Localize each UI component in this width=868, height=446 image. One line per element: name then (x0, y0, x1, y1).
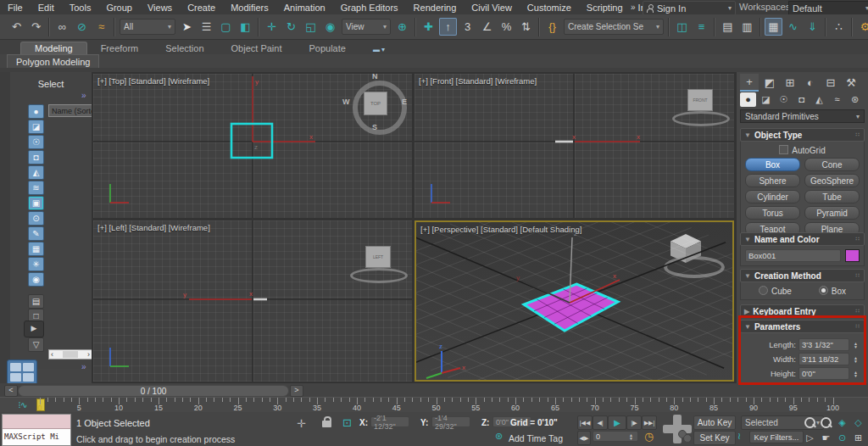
ribbon-tab-freeform[interactable]: Freeform (87, 42, 153, 54)
navigation-cross-icon[interactable] (663, 415, 692, 443)
polygon-modeling-panel-button[interactable]: Polygon Modeling (7, 54, 99, 69)
select-and-manipulate-icon[interactable]: ✚ (420, 18, 437, 36)
menu-edit[interactable]: Edit (31, 1, 62, 14)
keyboard-shortcut-override-icon[interactable]: ↑ (439, 18, 457, 36)
explorer-overflow-icon[interactable]: » (81, 91, 86, 100)
scene-explorer-icon[interactable]: ∴ (830, 18, 848, 36)
selection-region-flyout-icon[interactable]: ◉ (321, 18, 339, 36)
subcat-lights[interactable]: ☉ (776, 92, 792, 107)
object-type-cone-button[interactable]: Cone (804, 158, 860, 171)
current-frame-field[interactable]: 0 ▲▼ (593, 431, 638, 442)
creation-method-box-radio[interactable]: Box (819, 286, 846, 296)
subcat-space-warps[interactable]: ≈ (829, 92, 845, 107)
object-type-sphere-button[interactable]: Sphere (745, 174, 800, 187)
explorer-overflow-bottom-icon[interactable]: » (81, 362, 86, 371)
display-space-warps-icon[interactable]: ≋ (28, 181, 44, 195)
ribbon-tab-object-paint[interactable]: Object Paint (218, 42, 296, 54)
object-type-rollout-header[interactable]: ▼ Object Type ∷ (740, 128, 865, 142)
spinner-snap-icon[interactable]: ⇅ (517, 18, 535, 36)
menu-create[interactable]: Create (180, 1, 223, 14)
sign-in-button[interactable]: Sign In ▾ (643, 1, 736, 15)
parameters-rollout-header[interactable]: ▼ Parameters ∷ (740, 320, 865, 333)
menu-civil-view[interactable]: Civil View (464, 1, 519, 14)
display-shapes-icon[interactable]: ◪ (28, 120, 44, 134)
select-and-rotate-icon[interactable]: ↻ (282, 18, 300, 36)
primitive-category-dropdown[interactable]: Standard Primitives ▾ (740, 109, 865, 123)
keyboard-entry-rollout-header[interactable]: ▶ Keyboard Entry ∷ (740, 304, 865, 318)
time-slider[interactable]: 0 / 100 (18, 385, 289, 397)
display-lights-icon[interactable]: ☉ (28, 135, 44, 149)
toggle-ribbon-icon[interactable]: ▦ (765, 18, 782, 36)
name-and-color-rollout-header[interactable]: ▼ Name and Color ∷ (740, 232, 865, 246)
list-view-icon[interactable]: ▤ (28, 294, 44, 309)
menu-graph-editors[interactable]: Graph Editors (333, 1, 406, 14)
object-type-geosphere-button[interactable]: GeoSphere (804, 174, 860, 187)
scroll-left-icon[interactable]: ‹ (51, 350, 53, 359)
ribbon-tab-selection[interactable]: Selection (152, 42, 217, 54)
play-icon[interactable]: ▶ (608, 415, 626, 430)
set-key-button[interactable]: Set Key (693, 431, 736, 445)
coord-x-field[interactable]: -2'1 12/32" (370, 416, 409, 427)
expand-panel-button[interactable]: ▶ (24, 321, 44, 337)
bind-to-space-warp-icon[interactable]: ≈ (92, 18, 110, 36)
absolute-mode-icon[interactable]: ⊡ (342, 416, 352, 429)
workspace-dropdown[interactable]: Default ▾ (788, 1, 868, 15)
spinner-icon[interactable]: ▲▼ (852, 342, 860, 348)
dope-sheet-icon[interactable]: ⇓ (804, 18, 821, 36)
viewport-left-label[interactable]: [+] [Left] [Standard] [Wireframe] (97, 223, 210, 232)
object-type-pyramid-button[interactable]: Pyramid (804, 206, 860, 220)
creation-method-rollout-header[interactable]: ▼ Creation Method ∷ (740, 269, 865, 282)
menu-scripting[interactable]: Scripting (579, 1, 631, 14)
param-length-field[interactable]: 3'3 1/32" (798, 338, 849, 351)
zoom-icon[interactable] (802, 415, 818, 429)
selection-filter-dropdown[interactable]: All▾ (120, 19, 175, 35)
object-type-box-button[interactable]: Box (745, 158, 800, 171)
percent-snap-icon[interactable]: % (498, 18, 515, 36)
menu-group[interactable]: Group (98, 1, 140, 14)
menu-customize[interactable]: Customize (520, 1, 579, 14)
coord-y-field[interactable]: -1'4 29/32" (431, 416, 470, 427)
object-type-tube-button[interactable]: Tube (804, 190, 860, 203)
viewport-left[interactable]: [+] [Left] [Standard] [Wireframe] LEFT y… (93, 220, 412, 382)
object-name-field[interactable]: Box001 (745, 249, 841, 262)
object-type-torus-button[interactable]: Torus (745, 206, 800, 220)
rectangular-selection-region-icon[interactable]: ▢ (217, 18, 235, 36)
menu-views[interactable]: Views (140, 1, 180, 14)
display-particles-icon[interactable]: ⊙ (28, 211, 44, 226)
isolate-selection-icon[interactable]: ✛ (297, 417, 306, 430)
previous-frame-icon[interactable]: ◀| (593, 415, 608, 430)
menu-modifiers[interactable]: Modifiers (223, 1, 276, 14)
menu-rendering[interactable]: Rendering (406, 1, 465, 14)
menu-file[interactable]: File (0, 1, 31, 14)
unlink-selection-icon[interactable]: ⊘ (73, 18, 91, 36)
go-to-start-icon[interactable]: |◀◀ (577, 415, 593, 430)
tab-hierarchy[interactable]: ⊞ (781, 75, 799, 91)
time-configuration-icon[interactable]: ◷ (644, 430, 654, 443)
subcat-helpers[interactable]: ◭ (811, 92, 827, 107)
display-helpers-icon[interactable]: ◭ (28, 165, 44, 180)
select-object-icon[interactable]: ➤ (178, 18, 196, 36)
maxscript-listener-text[interactable]: MAXScript Mi (3, 429, 70, 445)
autogrid-row[interactable]: AutoGrid (745, 145, 860, 155)
zoom-extents-all-icon[interactable]: ◇ (850, 415, 866, 429)
previous-frame-button[interactable]: < (4, 385, 18, 397)
angle-snap-icon[interactable]: ∠ (478, 18, 496, 36)
render-setup-icon[interactable]: ⚙ (856, 18, 868, 36)
subcat-cameras[interactable]: ◘ (793, 92, 810, 107)
object-type-cylinder-button[interactable]: Cylinder (745, 190, 800, 203)
add-time-tag-button[interactable]: Add Time Tag (509, 433, 563, 443)
tab-create[interactable]: + (740, 74, 759, 92)
zoom-extents-icon[interactable]: ◈ (834, 415, 850, 429)
next-frame-icon[interactable]: |▶ (626, 415, 642, 430)
viewport-front-label[interactable]: [+] [Front] [Standard] [Wireframe] (419, 76, 537, 86)
zoom-all-icon[interactable] (818, 415, 834, 429)
viewport-top-label[interactable]: [+] [Top] [Standard] [Wireframe] (97, 76, 209, 86)
menu-tools[interactable]: Tools (62, 1, 99, 14)
curve-editor-icon[interactable]: ∿ (784, 18, 802, 36)
viewport-top[interactable]: [+] [Top] [Standard] [Wireframe] TOP N E… (93, 74, 412, 218)
display-containers-icon[interactable]: ▦ (28, 242, 44, 256)
selection-lock-icon[interactable] (322, 421, 331, 427)
key-filters-button[interactable]: Key Filters... (749, 431, 804, 443)
mini-curve-editor-icon[interactable]: ⦙∿ (14, 399, 32, 410)
next-frame-button[interactable]: > (290, 385, 303, 397)
